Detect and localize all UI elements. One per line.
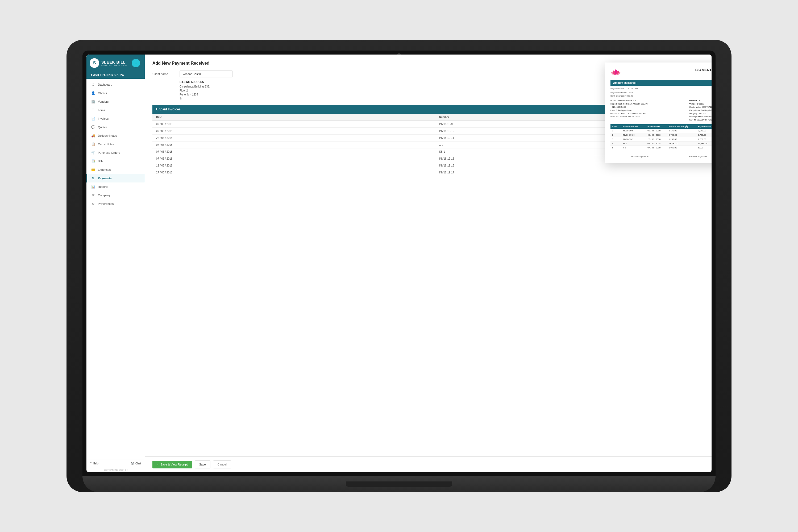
- to-addr2: Cimpalanca Building B32, Floor 2, Pune,: [689, 109, 711, 111]
- laptop-screen: S SLEEK BILL INVOICING MADE EASY + IAMSO…: [87, 55, 711, 472]
- checkmark-icon: ✓: [157, 463, 159, 466]
- table-row[interactable]: 12 / 06 / 2018 INV18-19-16: [152, 162, 704, 169]
- receipt-info-grid: IAMSO TRADING SRL 2A Hope Street, Port B…: [610, 99, 711, 121]
- sidebar-item-bills[interactable]: 📑 Bills: [87, 157, 145, 166]
- sidebar-item-label-reports: Reports: [98, 185, 108, 188]
- laptop-screen-bezel: S SLEEK BILL INVOICING MADE EASY + IAMSO…: [82, 51, 716, 476]
- receipt-table-row: 2 INV16-19-10 09 / 05 / 2018 6,720.00 6,…: [610, 133, 711, 137]
- amount-value: ₹25,000.00: [711, 81, 712, 84]
- sidebar-item-label-delivery-notes: Delivery Notes: [98, 134, 117, 137]
- sidebar-item-invoices[interactable]: 📄 Invoices: [87, 114, 145, 123]
- receipt-title-block: PAYMENT RECEIPT #2: [695, 68, 711, 76]
- payment-date-label: Payment Date:: [610, 87, 625, 90]
- nav-items: ⊙ Dashboard 👤 Clients 🏢 Vendors ☰ Items …: [87, 79, 145, 459]
- r-invoice-amount: 3,170.00: [667, 129, 697, 133]
- sidebar-item-label-clients: Clients: [98, 92, 107, 95]
- r-sno: 3: [610, 137, 621, 141]
- r-invoice-amount: 1,280.00: [667, 137, 697, 141]
- invoice-date: 09 / 05 / 2018: [152, 121, 435, 128]
- sidebar-item-preferences[interactable]: ⚙ Preferences: [87, 200, 145, 208]
- to-gstin: GSTIN: 29ADDP5671712M: [689, 119, 711, 121]
- receipt-table-row: 4 SS-1 07 / 06 / 2018 13,780.00 13,780.0…: [610, 141, 711, 146]
- sidebar-item-clients[interactable]: 👤 Clients: [87, 89, 145, 97]
- receipt-amount-box: Amount Received: ₹25,000.00: [610, 80, 711, 86]
- payment-date-row: Payment Date: 17 / 12 / 2018: [610, 87, 638, 90]
- from-pan: PAN: 333 Service Tax No.: 123: [610, 115, 640, 118]
- to-email: costin@vendor.com 0765879658: [689, 115, 711, 118]
- r-invoice-amount: 13,780.00: [667, 141, 697, 146]
- receipt-signatures: Provider Signature Receiver Signature: [610, 155, 711, 158]
- sidebar-item-label-expenses: Expenses: [98, 168, 111, 171]
- col-date: Date: [152, 114, 435, 121]
- r-col-payment: Payment Amount (₹): [697, 124, 711, 129]
- table-row[interactable]: 27 / 06 / 2018 INV18-19-17: [152, 169, 704, 176]
- from-address: Hope Street, Port Blair, AN (35) 123, IN: [610, 103, 647, 105]
- r-payment-amount: 13,780.00: [697, 141, 711, 146]
- chat-button[interactable]: 💬 Chat: [131, 462, 141, 465]
- receipt-table-row: 1 INV18-19-9 09 / 05 / 2018 3,170.00 3,1…: [610, 129, 711, 133]
- receiver-signature: Receiver Signature: [689, 155, 707, 158]
- invoice-number: INV18-19-16: [435, 162, 704, 169]
- invoice-date: 09 / 05 / 2018: [152, 128, 435, 135]
- sidebar-item-delivery-notes[interactable]: 🚚 Delivery Notes: [87, 131, 145, 140]
- r-invoice-date: 22 / 05 / 2018: [646, 137, 667, 141]
- chat-icon: 💬: [131, 462, 134, 465]
- app-tagline: INVOICING MADE EASY: [101, 64, 128, 66]
- logo-icon: S: [90, 58, 99, 68]
- sidebar-item-company[interactable]: 🏛 Company: [87, 191, 145, 200]
- dashboard-icon: ⊙: [91, 82, 95, 87]
- r-col-date: Invoice Date: [646, 124, 667, 129]
- r-payment-amount: 3,170.00: [697, 129, 711, 133]
- sidebar-item-vendors[interactable]: 🏢 Vendors: [87, 97, 145, 106]
- sidebar-item-reports[interactable]: 📊 Reports: [87, 183, 145, 191]
- provider-signature: Provider Signature: [631, 155, 648, 158]
- to-name: Vendor Costin: [689, 103, 704, 105]
- save-button[interactable]: Save: [195, 460, 210, 469]
- sidebar-item-purchase-orders[interactable]: 🛒 Purchase Orders: [87, 148, 145, 157]
- sidebar: S SLEEK BILL INVOICING MADE EASY + IAMSO…: [87, 55, 145, 472]
- invoices-icon: 📄: [91, 116, 95, 121]
- quotes-icon: 💬: [91, 125, 95, 129]
- chat-label: Chat: [135, 462, 141, 465]
- cancel-button[interactable]: Cancel: [213, 460, 231, 469]
- to-label: Receipt To: [689, 99, 700, 102]
- to-addr1: Costin Voicu 09887471605: [689, 106, 711, 108]
- sidebar-item-quotes[interactable]: 💬 Quotes: [87, 123, 145, 131]
- receipt-title: PAYMENT RECEIPT: [695, 68, 711, 72]
- sidebar-item-label-payments: Payments: [98, 177, 112, 180]
- r-payment-amount: 6,720.00: [697, 133, 711, 137]
- invoice-date: 27 / 06 / 2018: [152, 169, 435, 176]
- sidebar-item-credit-notes[interactable]: 📋 Credit Notes: [87, 140, 145, 148]
- r-invoice-amount: 6,720.00: [667, 133, 697, 137]
- client-name-input[interactable]: [179, 71, 233, 77]
- sidebar-item-label-credit-notes: Credit Notes: [98, 142, 114, 146]
- r-payment-amount: 1,280.00: [697, 137, 711, 141]
- from-email: iamso3.14@gmail.com: [610, 109, 632, 111]
- save-view-receipt-button[interactable]: ✓ Save & View Receipt: [152, 461, 192, 469]
- items-icon: ☰: [91, 108, 95, 112]
- sidebar-item-label-dashboard: Dashboard: [98, 83, 112, 86]
- r-invoice-num: SS-1: [621, 141, 646, 146]
- r-invoice-num: X-2: [621, 146, 646, 150]
- from-gstin: GSTIN: 02AADCT1525B1Z9 TIN: 321: [610, 112, 646, 115]
- sidebar-item-label-bills: Bills: [98, 159, 103, 163]
- invoice-number: INV18-19-17: [435, 169, 704, 176]
- sidebar-item-label-invoices: Invoices: [98, 117, 109, 120]
- lotus-icon: [610, 68, 621, 76]
- active-client-name: IAMSO TRADING SRL 2A: [90, 74, 124, 77]
- sidebar-item-dashboard[interactable]: ⊙ Dashboard: [87, 80, 145, 89]
- laptop-base: [82, 476, 716, 492]
- add-button[interactable]: +: [132, 59, 140, 67]
- delivery-notes-icon: 🚚: [91, 134, 95, 138]
- r-invoice-amount: 1,050.00: [667, 146, 697, 150]
- receipt-company-left: [610, 68, 621, 76]
- invoice-date: 07 / 06 / 2018: [152, 155, 435, 162]
- r-invoice-num: INV18-19-11: [621, 137, 646, 141]
- sidebar-item-expenses[interactable]: 💳 Expenses: [87, 166, 145, 174]
- sidebar-item-items[interactable]: ☰ Items: [87, 106, 145, 114]
- laptop-shell: S SLEEK BILL INVOICING MADE EASY + IAMSO…: [66, 40, 732, 492]
- amount-label: Amount Received:: [613, 81, 636, 84]
- r-col-sno: S.No: [610, 124, 621, 129]
- sidebar-item-payments[interactable]: $ Payments: [87, 174, 145, 183]
- help-button[interactable]: ? Help: [90, 462, 98, 465]
